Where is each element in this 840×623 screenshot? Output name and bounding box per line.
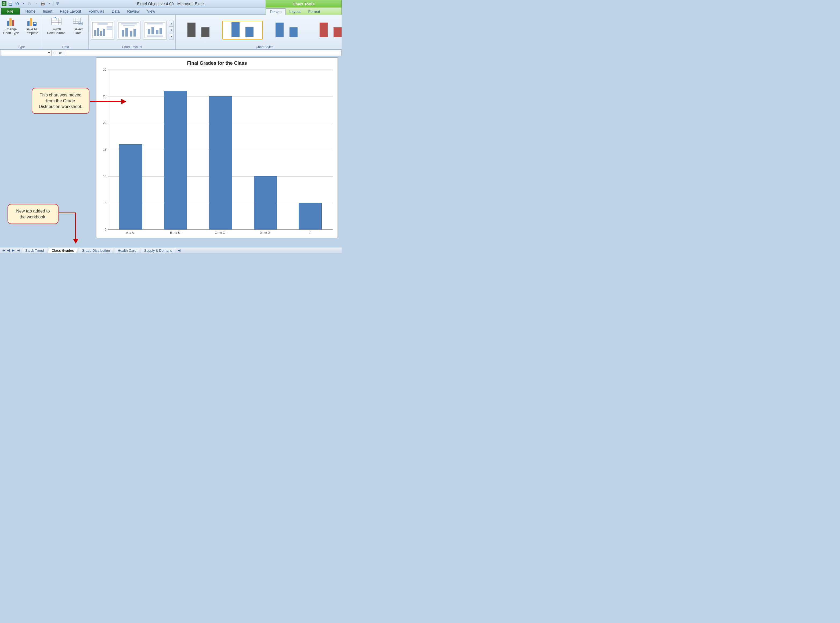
sheet-nav-prev[interactable]: ◀ bbox=[6, 248, 11, 253]
tab-view[interactable]: View bbox=[143, 8, 159, 14]
sheet-tab-grade-distribution[interactable]: Grade Distribution bbox=[78, 248, 114, 253]
context-tabs: Design Layout Format bbox=[265, 8, 342, 15]
sheet-nav: ⏮ ◀ ▶ ⏭ bbox=[0, 248, 21, 253]
bar-B+-to-B-[interactable] bbox=[164, 91, 187, 229]
chart-layouts-spinner: ▲ ▼ ▾ bbox=[169, 21, 174, 40]
tab-layout[interactable]: Layout bbox=[286, 8, 305, 15]
svg-rect-26 bbox=[79, 23, 80, 24]
sheet-nav-last[interactable]: ⏭ bbox=[15, 248, 20, 253]
svg-rect-39 bbox=[123, 25, 135, 26]
y-tick-label: 10 bbox=[103, 175, 108, 178]
print-dropdown[interactable] bbox=[46, 1, 52, 7]
tab-data[interactable]: Data bbox=[108, 8, 124, 14]
sheet-tabs-scroll-indicator[interactable]: ◀ bbox=[177, 248, 181, 252]
y-tick-label: 5 bbox=[105, 201, 108, 204]
svg-rect-45 bbox=[147, 23, 163, 25]
svg-rect-47 bbox=[152, 27, 154, 34]
change-chart-type-label: Change Chart Type bbox=[2, 28, 20, 35]
name-box[interactable] bbox=[0, 50, 52, 56]
chart-style-4[interactable] bbox=[310, 21, 342, 40]
arrow-head-2 bbox=[73, 239, 78, 244]
plot-area[interactable]: 051015202530A to A-B+ to B-C+ to C-D+ to… bbox=[108, 70, 333, 230]
undo-button[interactable] bbox=[14, 1, 20, 7]
tab-page-layout[interactable]: Page Layout bbox=[56, 8, 85, 14]
svg-rect-10 bbox=[12, 20, 14, 26]
sheet-tab-bar: ⏮ ◀ ▶ ⏭ Stock TrendClass GradesGrade Dis… bbox=[0, 247, 342, 253]
ribbon-tabs: File Home Insert Page Layout Formulas Da… bbox=[0, 8, 342, 15]
sheet-tab-health-care[interactable]: Health Care bbox=[113, 248, 140, 253]
name-box-dropdown-icon[interactable] bbox=[48, 52, 50, 54]
svg-rect-27 bbox=[80, 23, 81, 25]
group-type-label: Type bbox=[2, 44, 41, 49]
sheet-tab-supply-demand[interactable]: Supply & Demand bbox=[140, 248, 176, 253]
chart-layout-3[interactable] bbox=[143, 21, 167, 40]
chart-style-3[interactable] bbox=[267, 21, 307, 40]
svg-rect-48 bbox=[156, 30, 158, 34]
sheet-nav-next[interactable]: ▶ bbox=[11, 248, 15, 253]
redo-button[interactable] bbox=[27, 1, 33, 7]
tab-insert[interactable]: Insert bbox=[39, 8, 56, 14]
select-data-button[interactable]: Select Data bbox=[69, 15, 87, 35]
chart-layouts-up[interactable]: ▲ bbox=[169, 21, 174, 27]
formula-input[interactable] bbox=[65, 50, 342, 56]
bar-F[interactable] bbox=[299, 203, 322, 229]
svg-rect-31 bbox=[94, 30, 97, 36]
tab-review[interactable]: Review bbox=[124, 8, 143, 14]
chart-style-2[interactable] bbox=[222, 21, 263, 40]
svg-rect-50 bbox=[147, 35, 163, 37]
worksheet-area: Final Grades for the Class 051015202530A… bbox=[0, 56, 342, 247]
tab-format[interactable]: Format bbox=[305, 8, 324, 15]
svg-rect-30 bbox=[98, 23, 108, 25]
switch-row-column-button[interactable]: Switch Row/Column bbox=[44, 15, 68, 35]
sheet-tab-class-grades[interactable]: Class Grades bbox=[48, 248, 78, 253]
x-tick-label: A to A- bbox=[126, 229, 135, 234]
svg-rect-3 bbox=[11, 4, 11, 5]
chart-layout-2[interactable] bbox=[117, 21, 141, 40]
quick-access-toolbar bbox=[0, 1, 61, 7]
svg-rect-49 bbox=[159, 28, 162, 34]
x-tick-label: F bbox=[310, 229, 311, 234]
change-chart-type-button[interactable]: Change Chart Type bbox=[2, 15, 21, 35]
group-chart-layouts-label: Chart Layouts bbox=[90, 44, 174, 49]
chart-style-1[interactable] bbox=[178, 21, 219, 40]
save-as-template-button[interactable]: Save As Template bbox=[22, 15, 41, 35]
bar-D+-to-D-[interactable] bbox=[254, 176, 277, 229]
bar-C+-to-C-[interactable] bbox=[209, 96, 232, 229]
save-button[interactable] bbox=[8, 1, 14, 7]
redo-dropdown[interactable] bbox=[33, 1, 39, 7]
tab-design[interactable]: Design bbox=[266, 8, 286, 15]
svg-rect-7 bbox=[57, 2, 59, 3]
sheet-nav-first[interactable]: ⏮ bbox=[1, 248, 6, 253]
switch-row-column-label: Switch Row/Column bbox=[45, 28, 67, 35]
svg-rect-42 bbox=[130, 31, 132, 37]
chart-tools-context-label: Chart Tools bbox=[265, 0, 342, 8]
undo-dropdown[interactable] bbox=[20, 1, 26, 7]
ribbon: Change Chart Type Save As Template Type … bbox=[0, 15, 342, 50]
svg-rect-41 bbox=[126, 28, 128, 37]
group-data: Switch Row/Column Select Data Data bbox=[43, 15, 89, 49]
chart-layouts-down[interactable]: ▼ bbox=[169, 27, 174, 33]
chart-layout-1[interactable] bbox=[91, 21, 114, 40]
svg-rect-1 bbox=[9, 2, 12, 3]
title-bar: Excel Objective 4.00 - Microsoft Excel C… bbox=[0, 0, 342, 8]
bar-A-to-A-[interactable] bbox=[119, 144, 142, 229]
qat-customize[interactable] bbox=[55, 1, 60, 7]
svg-rect-34 bbox=[103, 29, 105, 36]
svg-rect-46 bbox=[148, 29, 150, 34]
excel-icon[interactable] bbox=[1, 1, 7, 7]
chart-object[interactable]: Final Grades for the Class 051015202530A… bbox=[96, 57, 338, 238]
fx-label[interactable]: fx bbox=[57, 51, 64, 55]
file-tab[interactable]: File bbox=[1, 8, 20, 14]
chart-title[interactable]: Final Grades for the Class bbox=[97, 58, 337, 67]
svg-rect-28 bbox=[81, 23, 82, 25]
tab-home[interactable]: Home bbox=[22, 8, 39, 14]
window-title: Excel Objective 4.00 - Microsoft Excel bbox=[137, 2, 205, 6]
formula-bar: fx bbox=[0, 50, 342, 56]
chart-layouts-more[interactable]: ▾ bbox=[169, 34, 174, 40]
print-button[interactable] bbox=[40, 1, 46, 7]
group-chart-styles-label: Chart Styles bbox=[177, 44, 342, 49]
y-tick-label: 0 bbox=[105, 228, 108, 231]
svg-rect-9 bbox=[9, 18, 12, 26]
sheet-tab-stock-trend[interactable]: Stock Trend bbox=[21, 248, 48, 253]
tab-formulas[interactable]: Formulas bbox=[85, 8, 108, 14]
